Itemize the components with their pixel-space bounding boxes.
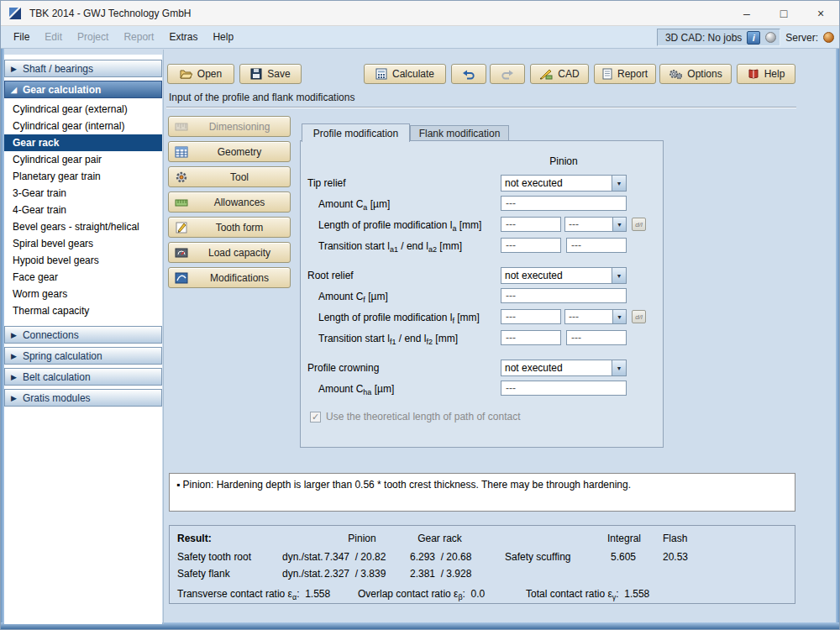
dropdown-arrow-icon[interactable]: ▼ <box>612 360 626 375</box>
sidebar-section-gear-calculation[interactable]: ◢ Gear calculation <box>4 81 162 98</box>
dropdown-arrow-icon[interactable]: ▼ <box>612 310 626 323</box>
calculator-icon <box>375 68 387 80</box>
sidebar-item-worm-gears[interactable]: Worm gears <box>4 286 162 302</box>
root-relief-transition-end-field[interactable]: --- <box>566 330 627 345</box>
sidebar-item-3-gear-train[interactable]: 3-Gear train <box>4 185 162 202</box>
tip-relief-length-field[interactable]: --- <box>501 217 561 232</box>
tooth-form-button[interactable]: Tooth form <box>168 217 291 238</box>
root-relief-amount-field[interactable]: --- <box>501 288 627 303</box>
options-button[interactable]: Options <box>659 64 732 84</box>
root-relief-length-mode-dropdown[interactable]: --- ▼ <box>564 309 627 324</box>
sidebar-section-shaft-bearings[interactable]: ▶ Shaft / bearings <box>4 60 162 77</box>
sidebar-item-cylindrical-gear-pair[interactable]: Cylindrical gear pair <box>4 151 162 168</box>
app-window: TBK 2014 - GWJ Technology GmbH – □ × Fil… <box>0 0 840 630</box>
tip-relief-transition-start-field[interactable]: --- <box>501 238 561 253</box>
safety-flank-gear-rack-value: 2.381 / 3.928 <box>410 568 471 580</box>
sidebar-item-cylindrical-gear-external[interactable]: Cylindrical gear (external) <box>4 101 162 118</box>
sidebar-item-bevel-gears[interactable]: Bevel gears - straight/helical <box>4 218 162 235</box>
sidebar-item-spiral-bevel-gears[interactable]: Spiral bevel gears <box>4 235 162 252</box>
sidebar-section-connections[interactable]: ▶ Connections <box>4 326 162 344</box>
tab-profile-modification[interactable]: Profile modification <box>302 123 410 142</box>
save-button[interactable]: Save <box>239 64 302 84</box>
open-button[interactable]: Open <box>167 64 234 84</box>
menu-help[interactable]: Help <box>205 26 241 48</box>
sidebar-item-planetary-gear-train[interactable]: Planetary gear train <box>4 168 162 185</box>
root-relief-length-field[interactable]: --- <box>501 309 561 324</box>
tip-relief-length-mode-dropdown[interactable]: --- ▼ <box>564 217 627 232</box>
allowances-label: Allowances <box>192 192 286 212</box>
warning-message-text: Pinion: Hardening depth is larger than 0… <box>183 479 631 491</box>
report-button[interactable]: Report <box>594 64 656 84</box>
dropdown-arrow-icon[interactable]: ▼ <box>612 268 626 283</box>
root-relief-length-label: Length of profile modification lf [mm] <box>318 312 480 325</box>
safety-tooth-root-pinion-value: 7.347 / 20.82 <box>324 551 386 563</box>
root-relief-label: Root relief <box>307 270 354 281</box>
dropdown-arrow-icon[interactable]: ▼ <box>612 176 626 191</box>
load-capacity-button[interactable]: Load capacity <box>168 242 291 263</box>
sidebar-item-gear-rack[interactable]: Gear rack <box>4 134 162 151</box>
root-relief-transition-start-field[interactable]: --- <box>501 330 561 345</box>
tool-button[interactable]: Tool <box>168 166 291 187</box>
sidebar-item-face-gear[interactable]: Face gear <box>4 269 162 286</box>
theoretical-length-checkbox[interactable]: ✓ <box>310 412 321 423</box>
tab-flank-modification[interactable]: Flank modification <box>410 125 509 141</box>
redo-arrow-icon <box>501 68 514 81</box>
tip-relief-amount-field[interactable]: --- <box>501 196 627 211</box>
allowances-button[interactable]: Allowances <box>168 192 291 213</box>
maximize-button[interactable]: □ <box>765 1 802 25</box>
tip-relief-diameter-length-toggle-button[interactable]: d/l <box>632 218 646 231</box>
profile-crowning-amount-field[interactable]: --- <box>501 381 627 396</box>
root-relief-diameter-length-toggle-button[interactable]: d/l <box>632 310 646 323</box>
safety-scuffing-label: Safety scuffing <box>505 551 571 563</box>
tip-relief-value: not executed <box>501 176 612 191</box>
sidebar-section-belt-calculation[interactable]: ▶ Belt calculation <box>4 368 162 386</box>
tool-gear-icon <box>175 171 188 184</box>
root-relief-dropdown[interactable]: not executed ▼ <box>501 267 627 284</box>
sidebar-item-cylindrical-gear-internal[interactable]: Cylindrical gear (internal) <box>4 118 162 134</box>
sidebar-item-thermal-capacity[interactable]: Thermal capacity <box>4 302 162 319</box>
sidebar-item-hypoid-bevel-gears[interactable]: Hypoid bevel gears <box>4 252 162 269</box>
sidebar-section-gratis-modules[interactable]: ▶ Gratis modules <box>4 389 162 407</box>
dimensioning-button[interactable]: Dimensioning <box>168 116 291 137</box>
tip-relief-dropdown[interactable]: not executed ▼ <box>501 175 627 192</box>
geometry-table-icon <box>175 145 188 159</box>
window-title: TBK 2014 - GWJ Technology GmbH <box>29 8 192 19</box>
tip-relief-length-mode-value: --- <box>565 218 612 231</box>
report-document-icon <box>602 68 612 80</box>
result-title: Result: <box>177 533 212 544</box>
tip-relief-transition-end-field[interactable]: --- <box>566 238 627 253</box>
menu-report[interactable]: Report <box>116 26 161 48</box>
info-button[interactable]: i <box>747 31 760 45</box>
minimize-button[interactable]: – <box>728 1 765 25</box>
help-button[interactable]: Help <box>737 64 795 84</box>
tooth-form-label: Tooth form <box>192 218 286 237</box>
save-floppy-icon <box>250 68 262 80</box>
redo-button[interactable] <box>490 64 525 84</box>
close-button[interactable]: × <box>802 1 839 25</box>
window-controls: – □ × <box>728 1 839 26</box>
tooth-form-pencil-icon <box>175 221 188 234</box>
modifications-button[interactable]: Modifications <box>168 267 291 288</box>
menu-extras[interactable]: Extras <box>161 26 205 48</box>
menu-file[interactable]: File <box>6 26 37 48</box>
titlebar: TBK 2014 - GWJ Technology GmbH – □ × <box>1 1 839 26</box>
report-label: Report <box>617 68 648 80</box>
sidebar-section-spring-calculation[interactable]: ▶ Spring calculation <box>4 347 162 365</box>
dropdown-arrow-icon[interactable]: ▼ <box>612 218 626 231</box>
undo-button[interactable] <box>451 64 486 84</box>
sidebar-filler <box>4 407 162 624</box>
calculate-button[interactable]: Calculate <box>364 64 446 84</box>
total-contact-ratio: Total contact ratio εγ: 1.558 <box>526 588 649 601</box>
options-label: Options <box>687 68 722 80</box>
profile-crowning-dropdown[interactable]: not executed ▼ <box>501 360 627 376</box>
section-label: Belt calculation <box>23 371 91 383</box>
geometry-button[interactable]: Geometry <box>168 141 291 162</box>
tip-relief-transition-label: Transition start la1 / end la2 [mm] <box>318 240 462 254</box>
sidebar-item-4-gear-train[interactable]: 4-Gear train <box>4 202 162 218</box>
menu-edit[interactable]: Edit <box>37 26 70 48</box>
collapsed-arrow-icon: ▶ <box>11 352 17 360</box>
menu-project[interactable]: Project <box>70 26 116 48</box>
info-divider <box>166 107 796 108</box>
help-book-icon <box>748 68 759 80</box>
cad-button[interactable]: CAD <box>530 64 589 84</box>
